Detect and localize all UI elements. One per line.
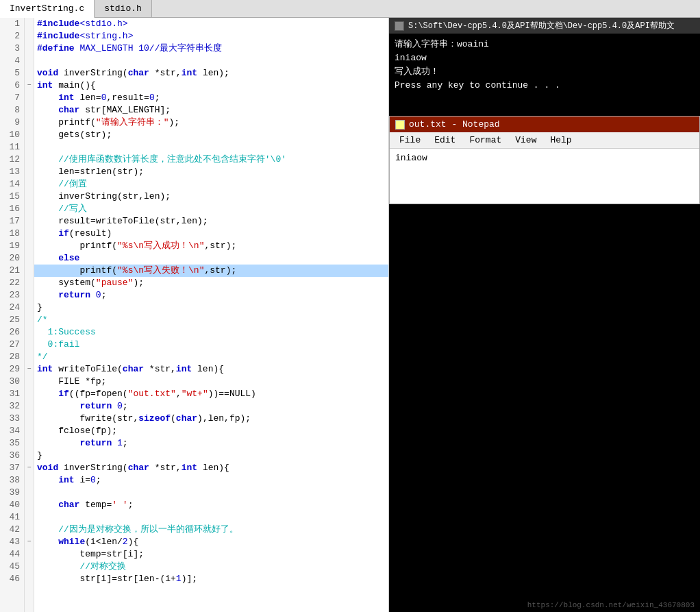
notepad-menu-item[interactable]: View <box>508 134 543 147</box>
code-line[interactable]: printf("%s\n写入成功！\n",str); <box>34 240 388 252</box>
line-number: 37 <box>0 462 24 474</box>
code-line[interactable]: int i=0; <box>34 474 388 487</box>
code-line[interactable] <box>34 511 388 524</box>
line-number: 38 <box>0 474 24 487</box>
code-line[interactable]: /* <box>34 314 388 326</box>
tab-stdio[interactable]: stdio.h <box>95 0 152 17</box>
code-line[interactable]: char temp=' '; <box>34 499 388 511</box>
code-line[interactable]: inverString(str,len); <box>34 191 388 203</box>
code-line[interactable]: //使用库函数数计算长度，注意此处不包含结束字符'\0' <box>34 154 388 166</box>
code-line[interactable]: 0:fail <box>34 339 388 351</box>
code-line[interactable]: //倒置 <box>34 178 388 191</box>
watermark: https://blog.csdn.net/weixin_43670803 <box>527 601 695 609</box>
fold-marker[interactable]: − <box>25 536 34 548</box>
line-number: 19 <box>0 240 24 252</box>
code-line[interactable]: char str[MAX_LENGTH]; <box>34 104 388 117</box>
notepad-menubar: FileEditFormatViewHelp <box>390 132 699 149</box>
line-number: 26 <box>0 326 24 339</box>
console-line: iniaow <box>395 51 695 65</box>
code-line[interactable]: printf("请输入字符串："); <box>34 117 388 129</box>
code-line[interactable]: str[i]=str[len-(i+1)]; <box>34 573 388 585</box>
notepad-title: out.txt - Notepad <box>409 119 500 130</box>
code-line[interactable]: void inverString(char *str,int len); <box>34 67 388 79</box>
code-line[interactable]: return 1; <box>34 437 388 450</box>
fold-marker <box>25 524 34 536</box>
console-titlebar: S:\Soft\Dev-cpp5.4.0及API帮助文档\Dev-cpp5.4.… <box>389 18 700 34</box>
code-line[interactable]: //对称交换 <box>34 561 388 573</box>
fold-marker <box>25 277 34 289</box>
code-line[interactable]: printf("%s\n写入失败！\n",str); <box>34 265 388 277</box>
fold-marker <box>25 289 34 302</box>
code-line[interactable]: int main(){ <box>34 79 388 92</box>
fold-marker <box>25 191 34 203</box>
code-line[interactable]: result=writeToFile(str,len); <box>34 215 388 228</box>
code-line[interactable]: //写入 <box>34 203 388 215</box>
code-line[interactable]: int len=0,result=0; <box>34 92 388 104</box>
fold-marker <box>25 104 34 117</box>
code-lines[interactable]: #include<stdio.h>#include<string.h>#defi… <box>34 18 388 612</box>
code-line[interactable]: 1:Success <box>34 326 388 339</box>
line-number: 46 <box>0 573 24 585</box>
notepad-menu-item[interactable]: Help <box>543 134 578 147</box>
fold-marker <box>25 265 34 277</box>
code-line[interactable]: #include<string.h> <box>34 30 388 42</box>
line-number: 9 <box>0 117 24 129</box>
line-number: 36 <box>0 450 24 462</box>
line-number: 5 <box>0 67 24 79</box>
code-line[interactable]: //因为是对称交换，所以一半的循环就好了。 <box>34 524 388 536</box>
line-number: 15 <box>0 191 24 203</box>
code-line[interactable]: fwrite(str,sizeof(char),len,fp); <box>34 413 388 425</box>
fold-marker <box>25 30 34 42</box>
code-line[interactable]: fclose(fp); <box>34 425 388 437</box>
line-number: 2 <box>0 30 24 42</box>
code-line[interactable]: temp=str[i]; <box>34 548 388 561</box>
code-line[interactable]: int writeToFile(char *str,int len){ <box>34 363 388 376</box>
code-line[interactable] <box>34 55 388 67</box>
fold-marker <box>25 413 34 425</box>
fold-marker <box>25 487 34 499</box>
notepad-menu-item[interactable]: Edit <box>427 134 462 147</box>
fold-marker[interactable]: − <box>25 79 34 92</box>
fold-marker <box>25 178 34 191</box>
code-line[interactable]: void inverString(char *str,int len){ <box>34 462 388 474</box>
line-number: 21 <box>0 265 24 277</box>
code-line[interactable]: if((fp=fopen("out.txt","wt+"))==NULL) <box>34 388 388 400</box>
code-line[interactable]: */ <box>34 351 388 363</box>
fold-marker <box>25 228 34 240</box>
fold-marker[interactable]: − <box>25 462 34 474</box>
code-line[interactable] <box>34 141 388 154</box>
fold-marker <box>25 450 34 462</box>
code-line[interactable]: return 0; <box>34 289 388 302</box>
code-line[interactable] <box>34 487 388 499</box>
line-number: 11 <box>0 141 24 154</box>
fold-marker[interactable]: − <box>25 363 34 376</box>
line-number: 6 <box>0 79 24 92</box>
code-line[interactable]: } <box>34 302 388 314</box>
code-line[interactable]: if(result) <box>34 228 388 240</box>
code-line[interactable]: else <box>34 252 388 265</box>
code-line[interactable]: FILE *fp; <box>34 376 388 388</box>
code-line[interactable]: #include<stdio.h> <box>34 18 388 30</box>
notepad-window: out.txt - Notepad FileEditFormatViewHelp… <box>389 116 700 204</box>
line-number: 25 <box>0 314 24 326</box>
code-line[interactable]: #define MAX_LENGTH 10//最大字符串长度 <box>34 42 388 55</box>
line-number: 23 <box>0 289 24 302</box>
code-line[interactable]: return 0; <box>34 400 388 413</box>
line-number: 20 <box>0 252 24 265</box>
tab-invertstring[interactable]: InvertString.c <box>0 0 95 18</box>
line-number: 27 <box>0 339 24 351</box>
line-number: 22 <box>0 277 24 289</box>
fold-marker <box>25 561 34 573</box>
fold-marker <box>25 437 34 450</box>
fold-marker <box>25 154 34 166</box>
black-area <box>389 204 700 612</box>
code-line[interactable]: system("pause"); <box>34 277 388 289</box>
code-line[interactable]: len=strlen(str); <box>34 166 388 178</box>
line-numbers: 1234567891011121314151617181920212223242… <box>0 18 25 612</box>
notepad-menu-item[interactable]: Format <box>462 134 508 147</box>
notepad-menu-item[interactable]: File <box>392 134 427 147</box>
fold-marker <box>25 302 34 314</box>
code-line[interactable]: } <box>34 450 388 462</box>
code-line[interactable]: gets(str); <box>34 129 388 141</box>
code-line[interactable]: while(i<len/2){ <box>34 536 388 548</box>
